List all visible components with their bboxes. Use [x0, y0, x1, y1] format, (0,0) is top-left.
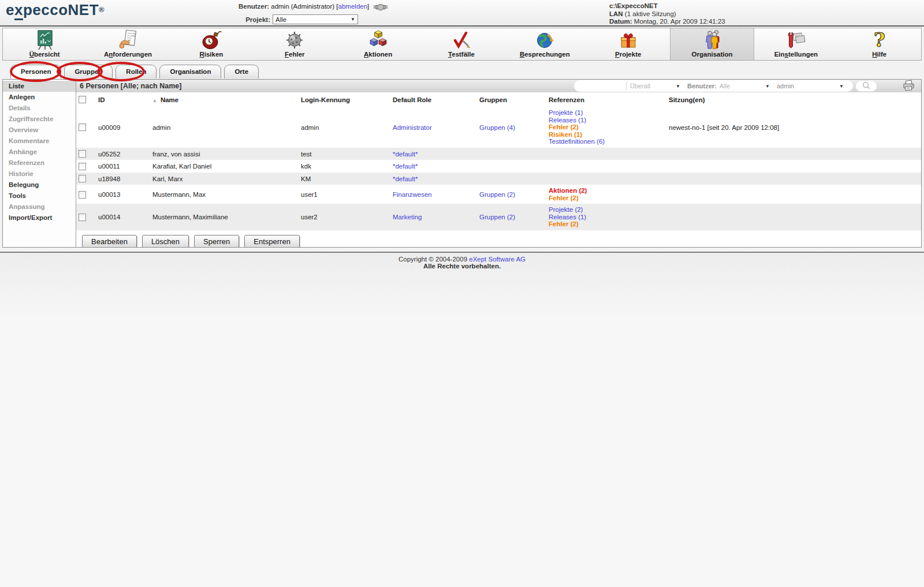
cell-login: user2: [299, 204, 390, 230]
toolbar-item-testfalle[interactable]: Testfälle: [420, 28, 503, 60]
toolbar-item-label: Testfälle: [448, 51, 475, 58]
loschen-button[interactable]: Löschen: [142, 235, 189, 247]
chevron-down-icon[interactable]: ▼: [676, 84, 680, 89]
row-checkbox[interactable]: [79, 163, 86, 170]
toolbar-item-organisation[interactable]: Organisation: [670, 28, 754, 60]
tab-orte[interactable]: Orte: [224, 65, 259, 78]
col-header-sitzung[interactable]: Sitzung(en): [666, 92, 921, 107]
toolbar-item-hilfe[interactable]: ?Hilfe: [838, 28, 921, 60]
action-buttons: BearbeitenLöschenSperrenEntsperren: [76, 230, 921, 247]
cell-login: kdk: [299, 160, 390, 172]
svg-text:?: ?: [874, 29, 885, 51]
sidebar-item-belegung[interactable]: Belegung: [3, 180, 76, 190]
reference-link[interactable]: Fehler (2): [549, 124, 664, 131]
row-checkbox[interactable]: [79, 175, 86, 182]
table-row: u00014 Mustermann, Maximiliane user2 Mar…: [76, 204, 921, 230]
col-header-referenzen[interactable]: Referenzen: [546, 92, 666, 107]
gruppen-link[interactable]: Gruppen (2): [479, 191, 515, 198]
sidebar-item-tools[interactable]: Tools: [3, 190, 76, 201]
project-select[interactable]: Alle ▼: [273, 14, 358, 24]
tab-organisation[interactable]: Organisation: [159, 65, 221, 78]
col-header-role[interactable]: Default Role: [390, 92, 477, 107]
default-role-link[interactable]: Finanzwesen: [393, 191, 432, 198]
cell-sitzung: [666, 173, 921, 185]
tab-personen[interactable]: Personen: [10, 65, 61, 78]
row-checkbox[interactable]: [79, 214, 86, 221]
cell-referenzen: [546, 160, 666, 172]
reference-link[interactable]: Releases (1): [549, 117, 664, 124]
search-button[interactable]: [855, 80, 877, 92]
cell-sitzung: [666, 160, 921, 172]
entsperren-button[interactable]: Entsperren: [244, 235, 300, 247]
toolbar-item-einstellungen[interactable]: Einstellungen: [754, 28, 837, 60]
sidebar-item-import-export[interactable]: Import/Export: [3, 212, 76, 223]
chevron-down-icon[interactable]: ▼: [765, 84, 770, 89]
tabstrip: PersonenGruppenRollenOrganisationOrte: [0, 61, 924, 79]
toolbar-item-label: Einstellungen: [774, 51, 818, 58]
toolbar-item-label: Aktionen: [364, 51, 392, 58]
gruppen-link[interactable]: Gruppen (4): [479, 124, 515, 131]
sperren-button[interactable]: Sperren: [194, 235, 239, 247]
tab-gruppen[interactable]: Gruppen: [64, 65, 113, 78]
toolbar-item-besprechungen[interactable]: Besprechungen: [503, 28, 586, 60]
table-row: u05252 franz, von assisi test *default*: [76, 148, 921, 160]
user-select[interactable]: admin ▼: [773, 81, 847, 91]
col-header-login[interactable]: Login-Kennung: [299, 92, 390, 107]
app-logo: expeccoNET®: [6, 1, 105, 19]
toolbar-item-ubersicht[interactable]: Übersicht: [3, 28, 86, 60]
print-button[interactable]: [903, 80, 915, 92]
cell-sitzung: [666, 148, 921, 160]
default-role-link[interactable]: *default*: [393, 151, 418, 158]
toolbar-item-anforderungen[interactable]: Anforderungen: [86, 28, 169, 60]
default-role-link[interactable]: *default*: [393, 163, 418, 170]
toolbar-item-fehler[interactable]: Fehler: [253, 28, 336, 60]
tab-rollen[interactable]: Rollen: [116, 65, 157, 78]
bracket: ]: [367, 3, 369, 10]
row-checkbox[interactable]: [79, 191, 86, 199]
bomb-icon: [200, 29, 223, 51]
search-input[interactable]: [581, 81, 626, 91]
reference-link[interactable]: Projekte (2): [549, 206, 664, 214]
row-checkbox[interactable]: [79, 150, 86, 158]
benutzer-filter-select[interactable]: Benutzer: Alle ▼: [684, 81, 773, 91]
logout-link[interactable]: abmelden: [338, 3, 368, 10]
main-panel: ListeAnlegenDetailsZugriffsrechteOvervie…: [2, 79, 922, 248]
toolbar-item-projekte[interactable]: Projekte: [587, 28, 670, 60]
sidebar-item-anlegen[interactable]: Anlegen: [3, 92, 76, 103]
select-all-checkbox[interactable]: [79, 96, 86, 103]
bearbeiten-button[interactable]: Bearbeiten: [82, 235, 137, 247]
vendor-link[interactable]: eXept Software AG: [469, 256, 526, 263]
col-header-id[interactable]: ID: [96, 92, 150, 107]
table-row: u00009 admin admin Administrator Gruppen…: [76, 107, 921, 148]
col-header-gruppen[interactable]: Gruppen: [477, 92, 546, 107]
toolbar-item-risiken[interactable]: Risiken: [170, 28, 253, 60]
sidebar-item-anhange: Anhänge: [3, 147, 76, 158]
cell-id: u00011: [96, 160, 150, 172]
sidebar-item-liste[interactable]: Liste: [3, 81, 76, 92]
toolbar-item-label: Fehler: [285, 51, 305, 58]
toolbar-item-aktionen[interactable]: Aktionen: [336, 28, 419, 60]
toolbar-item-label: Anforderungen: [104, 51, 152, 58]
default-role-link[interactable]: Marketing: [393, 214, 422, 220]
reference-link[interactable]: Risiken (1): [549, 131, 664, 139]
row-checkbox[interactable]: [79, 124, 86, 131]
reference-link[interactable]: Aktionen (2): [549, 187, 664, 195]
rights-line: Alle Rechte vorbehalten.: [0, 263, 924, 270]
toolbar: ÜbersichtAnforderungenRisikenFehlerAktio…: [2, 28, 922, 61]
cell-referenzen: [546, 148, 666, 160]
default-role-link[interactable]: *default*: [393, 175, 418, 182]
toolbar-item-label: Organisation: [692, 51, 733, 58]
reference-link[interactable]: Fehler (2): [549, 220, 664, 228]
gruppen-link[interactable]: Gruppen (2): [479, 214, 515, 220]
cell-login: KM: [299, 173, 390, 185]
cell-login: admin: [299, 107, 390, 148]
reference-link[interactable]: Testdefinitionen (6): [549, 138, 664, 145]
chart-icon: [33, 29, 56, 51]
reference-link[interactable]: Fehler (2): [549, 195, 664, 202]
scope-select[interactable]: Überall ▼: [626, 81, 684, 91]
default-role-link[interactable]: Administrator: [393, 124, 432, 131]
reference-link[interactable]: Projekte (1): [549, 109, 664, 117]
col-header-name[interactable]: ▲Name: [150, 92, 299, 107]
reference-link[interactable]: Releases (1): [549, 214, 664, 221]
chevron-down-icon[interactable]: ▼: [839, 84, 844, 89]
